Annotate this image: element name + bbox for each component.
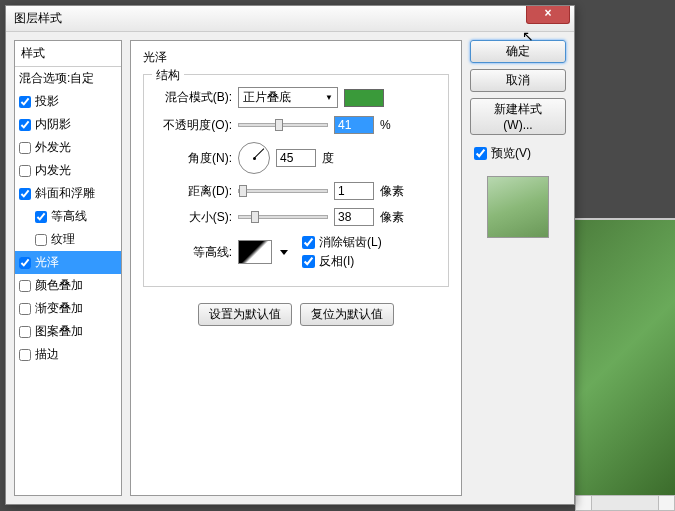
scroll-left-button[interactable] [576,496,592,510]
color-swatch[interactable] [344,89,384,107]
right-button-panel: 确定 取消 新建样式(W)... 预览(V) [470,40,566,496]
style-item-7[interactable]: 光泽 [15,251,121,274]
scroll-track[interactable] [592,496,658,510]
opacity-slider[interactable] [238,123,328,127]
new-style-button[interactable]: 新建样式(W)... [470,98,566,135]
opacity-label: 不透明度(O): [152,117,232,134]
preview-checkbox-row[interactable]: 预览(V) [470,145,566,162]
distance-label: 距离(D): [152,183,232,200]
dialog-title: 图层样式 [14,10,62,27]
contour-picker[interactable] [238,240,272,264]
structure-fieldset: 结构 混合模式(B): 正片叠底 ▼ 不透明度(O): % 角度( [143,74,449,287]
style-item-5[interactable]: 等高线 [15,205,121,228]
antialias-label: 消除锯齿(L) [319,234,382,251]
style-item-label: 等高线 [51,208,87,225]
style-checkbox[interactable] [19,119,31,131]
antialias-checkbox-row[interactable]: 消除锯齿(L) [302,234,382,251]
invert-checkbox[interactable] [302,255,315,268]
opacity-input[interactable] [334,116,374,134]
style-checkbox[interactable] [19,349,31,361]
style-checkbox[interactable] [19,142,31,154]
style-item-10[interactable]: 图案叠加 [15,320,121,343]
settings-panel: 光泽 结构 混合模式(B): 正片叠底 ▼ 不透明度(O): % [130,40,462,496]
horizontal-scrollbar[interactable] [575,495,675,511]
slider-thumb[interactable] [275,119,283,131]
blend-mode-dropdown[interactable]: 正片叠底 ▼ [238,87,338,108]
style-checkbox[interactable] [35,234,47,246]
style-item-label: 图案叠加 [35,323,83,340]
style-checkbox[interactable] [19,96,31,108]
distance-unit: 像素 [380,183,404,200]
blend-mode-label: 混合模式(B): [152,89,232,106]
angle-unit: 度 [322,150,334,167]
reset-default-button[interactable]: 复位为默认值 [300,303,394,326]
style-item-9[interactable]: 渐变叠加 [15,297,121,320]
style-checkbox[interactable] [19,280,31,292]
size-slider[interactable] [238,215,328,219]
preview-checkbox[interactable] [474,147,487,160]
style-item-1[interactable]: 内阴影 [15,113,121,136]
styles-list-panel: 样式 混合选项:自定 投影内阴影外发光内发光斜面和浮雕等高线纹理光泽颜色叠加渐变… [14,40,122,496]
style-checkbox[interactable] [19,188,31,200]
style-item-label: 投影 [35,93,59,110]
close-button[interactable]: × [526,6,570,24]
style-checkbox[interactable] [19,326,31,338]
section-title: 光泽 [143,49,449,66]
invert-label: 反相(I) [319,253,354,270]
style-item-8[interactable]: 颜色叠加 [15,274,121,297]
style-item-label: 纹理 [51,231,75,248]
blending-options-item[interactable]: 混合选项:自定 [15,67,121,90]
dropdown-arrow-icon: ▼ [325,93,333,102]
size-input[interactable] [334,208,374,226]
style-item-label: 内发光 [35,162,71,179]
style-checkbox[interactable] [19,257,31,269]
styles-header[interactable]: 样式 [15,41,121,67]
opacity-unit: % [380,118,391,132]
layer-style-dialog: 图层样式 × 样式 混合选项:自定 投影内阴影外发光内发光斜面和浮雕等高线纹理光… [5,5,575,505]
scroll-right-button[interactable] [658,496,674,510]
size-label: 大小(S): [152,209,232,226]
slider-thumb[interactable] [239,185,247,197]
style-item-3[interactable]: 内发光 [15,159,121,182]
preview-swatch [487,176,549,238]
cancel-button[interactable]: 取消 [470,69,566,92]
ok-button[interactable]: 确定 [470,40,566,63]
style-checkbox[interactable] [19,303,31,315]
style-item-11[interactable]: 描边 [15,343,121,366]
antialias-checkbox[interactable] [302,236,315,249]
distance-input[interactable] [334,182,374,200]
angle-input[interactable] [276,149,316,167]
contour-dropdown-icon[interactable] [280,250,288,255]
style-item-6[interactable]: 纹理 [15,228,121,251]
dialog-titlebar[interactable]: 图层样式 × [6,6,574,32]
angle-label: 角度(N): [152,150,232,167]
style-item-4[interactable]: 斜面和浮雕 [15,182,121,205]
style-item-0[interactable]: 投影 [15,90,121,113]
style-item-label: 光泽 [35,254,59,271]
style-item-label: 颜色叠加 [35,277,83,294]
style-item-label: 描边 [35,346,59,363]
size-unit: 像素 [380,209,404,226]
set-default-button[interactable]: 设置为默认值 [198,303,292,326]
blend-mode-value: 正片叠底 [243,89,291,106]
contour-label: 等高线: [152,244,232,261]
invert-checkbox-row[interactable]: 反相(I) [302,253,382,270]
slider-thumb[interactable] [251,211,259,223]
distance-slider[interactable] [238,189,328,193]
style-item-label: 内阴影 [35,116,71,133]
style-checkbox[interactable] [35,211,47,223]
angle-dial[interactable] [238,142,270,174]
style-checkbox[interactable] [19,165,31,177]
style-item-2[interactable]: 外发光 [15,136,121,159]
structure-label: 结构 [152,67,184,84]
style-item-label: 渐变叠加 [35,300,83,317]
style-item-label: 外发光 [35,139,71,156]
style-item-label: 斜面和浮雕 [35,185,95,202]
preview-label: 预览(V) [491,145,531,162]
